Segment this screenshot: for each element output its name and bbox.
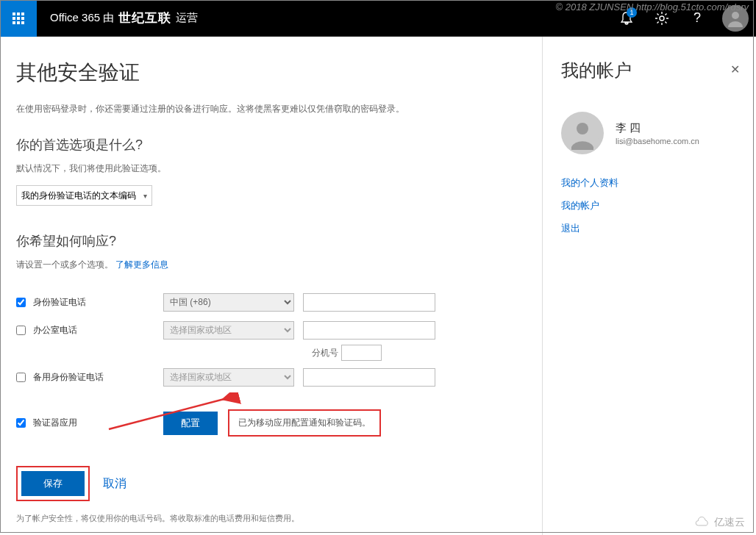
main-content: 其他安全验证 在使用密码登录时，你还需要通过注册的设备进行响应。这将使黑客更难以… xyxy=(0,37,543,535)
page-title: 其他安全验证 xyxy=(16,59,526,87)
profile-name: 李 四 xyxy=(616,121,699,135)
office-phone-checkbox[interactable] xyxy=(16,326,26,335)
respond-section-title: 你希望如何响应? xyxy=(16,232,526,250)
footnote: 为了帐户安全性，将仅使用你的电话号码。将收取标准的电话费用和短信费用。 xyxy=(16,513,526,524)
authenticator-row: 验证器应用 配置 已为移动应用配置通知和验证码。 xyxy=(16,409,526,437)
extension-label: 分机号 xyxy=(312,347,338,359)
gear-icon xyxy=(655,11,669,26)
my-profile-link[interactable]: 我的个人资料 xyxy=(561,176,738,190)
preferred-option-select[interactable]: 我的身份验证电话的文本编码 xyxy=(16,185,152,206)
watermark-top: © 2018 ZJUNSEN http://blog.51cto.com/rds… xyxy=(556,1,749,12)
office-phone-country-select[interactable]: 选择国家或地区 xyxy=(163,321,294,340)
profile-block: 李 四 lisi@basehome.com.cn xyxy=(561,112,738,154)
svg-point-1 xyxy=(732,12,739,19)
alt-phone-row: 备用身份验证电话 选择国家或地区 xyxy=(16,367,526,387)
app-launcher-button[interactable] xyxy=(0,0,37,37)
auth-phone-row: 身份验证电话 中国 (+86) xyxy=(16,292,526,312)
brand: Office 365 由 世纪互联 运营 xyxy=(37,10,198,26)
alt-phone-country-select[interactable]: 选择国家或地区 xyxy=(163,368,294,387)
brand-suffix: 运营 xyxy=(176,11,198,25)
page-description: 在使用密码登录时，你还需要通过注册的设备进行响应。这将使黑客更难以仅凭借窃取的密… xyxy=(16,103,526,115)
auth-phone-checkbox[interactable] xyxy=(16,298,26,307)
alt-phone-input[interactable] xyxy=(303,368,435,387)
cancel-link[interactable]: 取消 xyxy=(103,476,126,492)
extension-input[interactable] xyxy=(341,345,382,361)
account-sidebar: 我的帐户 ✕ 李 四 lisi@basehome.com.cn 我的个人资料 我… xyxy=(543,37,756,535)
question-icon: ? xyxy=(693,10,701,26)
authenticator-status: 已为移动应用配置通知和验证码。 xyxy=(228,409,381,437)
close-sidebar-button[interactable]: ✕ xyxy=(730,62,740,76)
my-account-link[interactable]: 我的帐户 xyxy=(561,199,738,212)
auth-phone-input[interactable] xyxy=(303,293,435,312)
svg-point-0 xyxy=(660,16,664,21)
respond-section-sub: 请设置一个或多个选项。 了解更多信息 xyxy=(16,259,526,271)
authenticator-checkbox[interactable] xyxy=(16,418,26,428)
cloud-icon xyxy=(693,517,711,528)
profile-avatar xyxy=(561,112,604,154)
office-phone-label: 办公室电话 xyxy=(33,324,77,337)
profile-email: lisi@basehome.com.cn xyxy=(616,137,699,146)
waffle-icon xyxy=(13,12,24,24)
watermark-bottom: 亿速云 xyxy=(693,516,745,529)
save-button[interactable]: 保存 xyxy=(21,471,85,496)
authenticator-label: 验证器应用 xyxy=(33,417,77,429)
preference-section-title: 你的首选选项是什么? xyxy=(16,136,526,154)
alt-phone-label: 备用身份验证电话 xyxy=(33,371,104,384)
svg-point-3 xyxy=(577,123,588,134)
person-icon xyxy=(566,116,599,150)
brand-logo: 世纪互联 xyxy=(118,10,171,26)
brand-prefix: Office 365 由 xyxy=(50,11,114,25)
office-phone-row: 办公室电话 选择国家或地区 xyxy=(16,320,526,340)
preference-section-sub: 默认情况下，我们将使用此验证选项。 xyxy=(16,162,526,175)
learn-more-link[interactable]: 了解更多信息 xyxy=(115,259,168,270)
auth-phone-label: 身份验证电话 xyxy=(33,296,86,309)
auth-phone-country-select[interactable]: 中国 (+86) xyxy=(163,293,294,312)
signout-link[interactable]: 退出 xyxy=(561,222,738,235)
alt-phone-checkbox[interactable] xyxy=(16,373,26,382)
preferred-option-value: 我的身份验证电话的文本编码 xyxy=(21,190,136,202)
configure-button[interactable]: 配置 xyxy=(163,412,218,435)
sidebar-title: 我的帐户 xyxy=(561,59,738,82)
office-phone-input[interactable] xyxy=(303,321,435,340)
